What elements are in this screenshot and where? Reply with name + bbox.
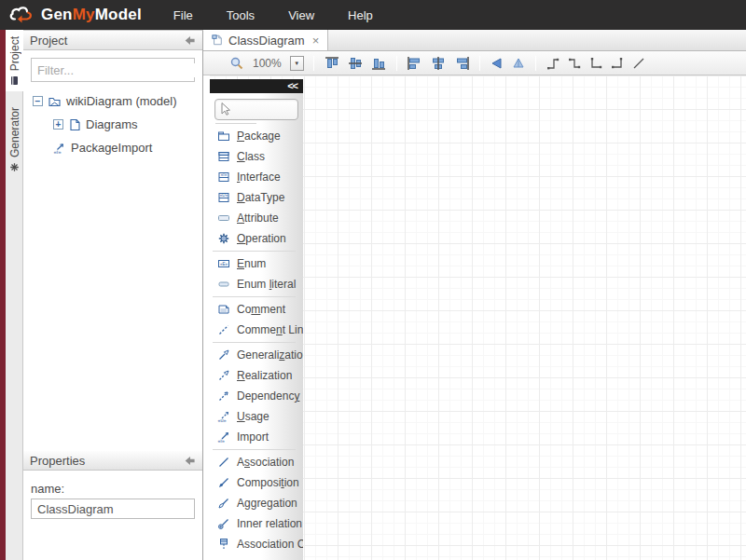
svg-text:«i»: «i» bbox=[217, 438, 224, 444]
menu-help[interactable]: Help bbox=[344, 5, 377, 26]
menu-items: File Tools View Help bbox=[170, 5, 377, 26]
sidebar-tab-project-label: Project bbox=[8, 36, 21, 71]
palette-item-inner-relation[interactable]: Inner relation bbox=[210, 513, 303, 534]
palette-collapse-button[interactable]: << bbox=[210, 79, 303, 93]
palette-item-operation[interactable]: Operation bbox=[210, 228, 303, 249]
palette-item-label: Enum literal bbox=[237, 278, 296, 291]
palette-item-interface[interactable]: «I» Interface bbox=[210, 167, 303, 187]
palette-item-label: Attribute bbox=[237, 212, 279, 225]
connector-corner-left-button[interactable] bbox=[588, 56, 603, 71]
svg-text:«u»: «u» bbox=[217, 417, 226, 423]
brand-name: GenMyModel bbox=[41, 6, 142, 24]
palette-item-label: Generalization bbox=[237, 348, 303, 362]
menu-view[interactable]: View bbox=[284, 5, 318, 26]
palette-item-attribute[interactable]: Attribute bbox=[210, 208, 303, 228]
tree-row-model[interactable]: − wikiDiagram (model) bbox=[23, 89, 202, 113]
properties-panel: Properties name: bbox=[23, 451, 202, 519]
filter-input[interactable] bbox=[37, 63, 201, 77]
cloud-logo-icon bbox=[7, 5, 35, 25]
palette-item-label: Enum bbox=[237, 257, 266, 270]
tree-row-packageimport[interactable]: «i» PackageImport bbox=[23, 136, 202, 159]
connector-step-up-button[interactable] bbox=[546, 56, 560, 71]
palette-item-comment-link[interactable]: Comment Link bbox=[210, 320, 303, 340]
palette-item-package[interactable]: Package bbox=[210, 126, 303, 146]
class-icon bbox=[217, 150, 230, 163]
align-middle-button[interactable] bbox=[347, 56, 364, 71]
collapse-properties-panel-icon[interactable] bbox=[184, 455, 196, 467]
usage-icon: «u» bbox=[217, 410, 230, 423]
collapse-project-panel-icon[interactable] bbox=[184, 34, 196, 47]
menu-file[interactable]: File bbox=[170, 5, 197, 26]
palette-item-enum-literal[interactable]: Enum literal bbox=[210, 274, 303, 294]
palette-item-label: Composition bbox=[237, 476, 299, 489]
tree-collapse-toggle[interactable]: − bbox=[33, 96, 43, 106]
align-left-button[interactable] bbox=[407, 56, 423, 71]
palette-item-label: DataType bbox=[237, 191, 284, 204]
sidebar-tab-generator[interactable]: Generator bbox=[6, 101, 23, 178]
palette-item-usage[interactable]: «u» Usage bbox=[210, 406, 303, 427]
enum-icon: «E» bbox=[217, 257, 230, 270]
connector-straight-button[interactable] bbox=[631, 56, 646, 71]
align-bottom-button[interactable] bbox=[370, 56, 387, 71]
tab-classdiagram[interactable]: ClassDiagram × bbox=[203, 30, 328, 50]
diagram-canvas[interactable]: << Package Class «I» Interface «D» bbox=[203, 75, 746, 560]
palette-item-association-class[interactable]: Association Cl... bbox=[210, 534, 303, 554]
connector-corner-right-button[interactable] bbox=[610, 56, 625, 71]
diagram-file-icon bbox=[212, 34, 223, 47]
palette-item-label: Realization bbox=[237, 369, 292, 382]
palette-item-label: Comment bbox=[237, 303, 285, 316]
name-field[interactable] bbox=[31, 499, 195, 519]
name-field-label: name: bbox=[31, 482, 195, 496]
svg-text:«D»: «D» bbox=[219, 193, 228, 198]
gear-icon bbox=[9, 162, 20, 172]
svg-text:«E»: «E» bbox=[219, 262, 228, 266]
zoom-dropdown-button[interactable]: ▼ bbox=[290, 56, 304, 71]
left-panel: Project − wikiDiagram (model) + bbox=[23, 30, 203, 560]
palette-item-label: Dependency bbox=[237, 389, 299, 403]
align-right-button[interactable] bbox=[453, 56, 470, 71]
palette-item-dependency[interactable]: Dependency bbox=[210, 386, 303, 406]
palette-item-label: Inner relation bbox=[237, 517, 302, 530]
palette-separator bbox=[215, 123, 256, 124]
palette-item-comment[interactable]: Comment bbox=[210, 299, 303, 320]
palette-item-datatype[interactable]: «D» DataType bbox=[210, 187, 303, 208]
palette-item-aggregation[interactable]: Aggregation bbox=[210, 493, 303, 513]
palette-item-label: Import bbox=[237, 430, 269, 444]
palette-separator bbox=[213, 449, 296, 450]
tool-palette: << Package Class «I» Interface «D» bbox=[210, 79, 303, 560]
inner-relation-icon bbox=[217, 517, 230, 530]
flip-vertical-button[interactable] bbox=[511, 56, 526, 71]
comment-icon bbox=[217, 303, 230, 316]
tree-row-diagrams[interactable]: + Diagrams bbox=[23, 113, 202, 136]
palette-item-label: Interface bbox=[237, 171, 281, 184]
palette-item-realization[interactable]: Realization bbox=[210, 365, 303, 386]
align-center-button[interactable] bbox=[430, 56, 447, 71]
side-tab-strip: Project Generator bbox=[6, 30, 23, 560]
palette-item-class[interactable]: Class bbox=[210, 146, 303, 167]
sidebar-tab-generator-label: Generator bbox=[8, 107, 21, 157]
selection-tool-button[interactable] bbox=[214, 99, 298, 120]
align-top-button[interactable] bbox=[324, 56, 340, 71]
association-icon bbox=[217, 456, 230, 469]
project-panel-header: Project bbox=[23, 31, 202, 50]
tab-close-icon[interactable]: × bbox=[312, 34, 320, 48]
palette-separator bbox=[213, 342, 296, 343]
sidebar-tab-project[interactable]: Project bbox=[6, 30, 23, 91]
association-class-icon bbox=[217, 538, 230, 551]
palette-item-association[interactable]: Association bbox=[210, 452, 303, 472]
palette-item-import[interactable]: «i» Import bbox=[210, 427, 303, 447]
palette-item-composition[interactable]: Composition bbox=[210, 472, 303, 493]
enum-literal-icon bbox=[217, 278, 230, 291]
properties-panel-header: Properties bbox=[23, 451, 202, 471]
operation-gear-icon bbox=[217, 232, 230, 245]
palette-item-enum[interactable]: «E» Enum bbox=[210, 253, 303, 274]
palette-item-label: Comment Link bbox=[237, 323, 303, 336]
connector-step-down-button[interactable] bbox=[567, 56, 582, 71]
zoom-level: 100% bbox=[253, 57, 282, 70]
project-tree: − wikiDiagram (model) + Diagrams bbox=[23, 89, 202, 159]
tree-expand-toggle[interactable]: + bbox=[53, 119, 63, 130]
attribute-icon bbox=[217, 212, 230, 225]
palette-item-generalization[interactable]: Generalization bbox=[210, 345, 303, 365]
flip-horizontal-button[interactable] bbox=[490, 56, 504, 71]
menu-tools[interactable]: Tools bbox=[223, 5, 258, 26]
